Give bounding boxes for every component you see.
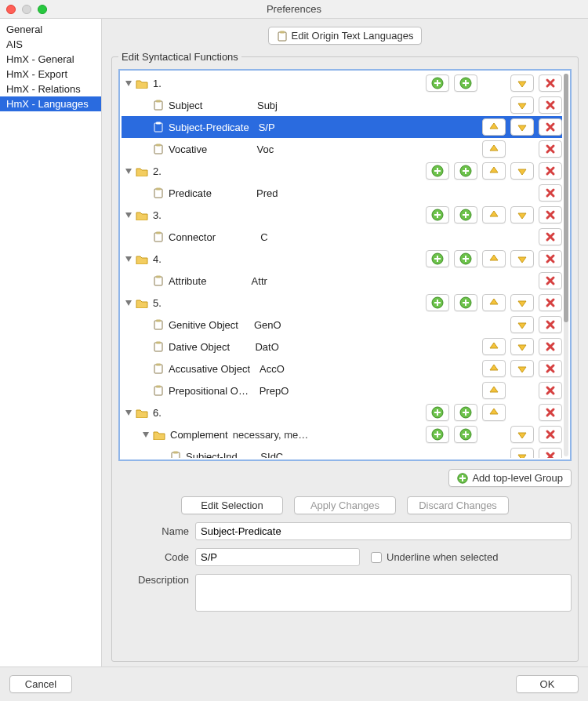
tree-item[interactable]: SubjectSubj bbox=[122, 94, 562, 116]
sidebar-item-5[interactable]: HmX - Languages bbox=[0, 96, 101, 111]
move-down-button[interactable] bbox=[510, 338, 534, 355]
add-sibling-button[interactable] bbox=[454, 294, 477, 311]
delete-button[interactable] bbox=[539, 382, 562, 399]
add-child-button[interactable] bbox=[426, 426, 449, 443]
delete-button[interactable] bbox=[539, 426, 562, 443]
delete-button[interactable] bbox=[539, 360, 562, 377]
sidebar-item-4[interactable]: HmX - Relations bbox=[0, 82, 101, 96]
delete-button[interactable] bbox=[539, 162, 562, 180]
delete-button[interactable] bbox=[539, 206, 562, 223]
move-up-button[interactable] bbox=[482, 162, 506, 180]
add-child-button[interactable] bbox=[426, 294, 449, 311]
tree-item[interactable]: AttributeAttr bbox=[122, 270, 562, 292]
disclosure-icon[interactable] bbox=[125, 299, 132, 307]
add-sibling-button[interactable] bbox=[454, 162, 477, 180]
sidebar-item-2[interactable]: HmX - General bbox=[0, 52, 101, 67]
code-label: Code bbox=[118, 551, 189, 563]
add-child-button[interactable] bbox=[426, 250, 449, 267]
move-up-button[interactable] bbox=[482, 140, 506, 158]
edit-origin-languages-button[interactable]: Edit Origin Text Languages bbox=[268, 27, 423, 45]
add-child-button[interactable] bbox=[426, 404, 449, 421]
add-sibling-button[interactable] bbox=[454, 426, 477, 443]
underline-checkbox[interactable]: Underline when selected bbox=[371, 551, 498, 563]
sidebar-item-0[interactable]: General bbox=[0, 22, 101, 37]
delete-button[interactable] bbox=[539, 272, 562, 289]
add-child-button[interactable] bbox=[426, 74, 449, 92]
apply-changes-button[interactable]: Apply Changes bbox=[294, 496, 396, 514]
tree-item[interactable]: Accusative ObjectAccO bbox=[122, 358, 562, 380]
add-sibling-button[interactable] bbox=[454, 206, 477, 223]
tree-item[interactable]: VocativeVoc bbox=[122, 138, 562, 160]
move-up-button[interactable] bbox=[482, 382, 506, 399]
move-down-button[interactable] bbox=[510, 448, 534, 458]
move-down-button[interactable] bbox=[510, 118, 534, 136]
delete-button[interactable] bbox=[539, 228, 562, 245]
disclosure-icon[interactable] bbox=[125, 79, 132, 87]
move-up-button[interactable] bbox=[482, 404, 506, 421]
delete-button[interactable] bbox=[539, 96, 562, 114]
code-field[interactable] bbox=[195, 548, 360, 566]
add-top-level-group-button[interactable]: Add top-level Group bbox=[448, 469, 572, 487]
add-sibling-button[interactable] bbox=[454, 404, 477, 421]
add-child-button[interactable] bbox=[426, 162, 449, 180]
tree-group[interactable]: Complementnecessary, mea… bbox=[122, 423, 562, 445]
move-down-button[interactable] bbox=[510, 426, 534, 443]
tree-item[interactable]: PredicatePred bbox=[122, 182, 562, 204]
delete-button[interactable] bbox=[539, 294, 562, 311]
delete-button[interactable] bbox=[539, 140, 562, 158]
delete-button[interactable] bbox=[539, 118, 562, 136]
tree-item[interactable]: Subject-Ind…SIdC bbox=[122, 445, 562, 458]
move-up-button[interactable] bbox=[482, 338, 506, 355]
tree-group[interactable]: 3. bbox=[122, 204, 562, 226]
name-field[interactable] bbox=[195, 522, 572, 540]
disclosure-icon[interactable] bbox=[125, 167, 132, 175]
move-up-button[interactable] bbox=[482, 206, 506, 223]
sidebar-item-3[interactable]: HmX - Export bbox=[0, 67, 101, 82]
tree-item[interactable]: Dative ObjectDatO bbox=[122, 336, 562, 358]
move-up-button[interactable] bbox=[482, 250, 506, 267]
disclosure-icon[interactable] bbox=[125, 409, 132, 416]
add-child-button[interactable] bbox=[426, 206, 449, 223]
move-down-button[interactable] bbox=[510, 316, 534, 333]
edit-selection-button[interactable]: Edit Selection bbox=[181, 496, 283, 514]
ok-button[interactable]: OK bbox=[516, 675, 579, 693]
delete-button[interactable] bbox=[539, 250, 562, 267]
scrollbar-track[interactable] bbox=[564, 74, 568, 456]
tree-group[interactable]: 4. bbox=[122, 248, 562, 270]
delete-button[interactable] bbox=[539, 338, 562, 355]
disclosure-icon[interactable] bbox=[125, 211, 132, 219]
tree-item[interactable]: Prepositional O…PrepO bbox=[122, 380, 562, 401]
tree-item[interactable]: Genitive ObjectGenO bbox=[122, 314, 562, 336]
move-down-button[interactable] bbox=[510, 96, 534, 114]
discard-changes-button[interactable]: Discard Changes bbox=[407, 496, 509, 514]
move-down-button[interactable] bbox=[510, 360, 534, 377]
tree-item[interactable]: Subject-PredicateS/P bbox=[122, 116, 562, 138]
delete-button[interactable] bbox=[539, 316, 562, 333]
move-down-button[interactable] bbox=[510, 74, 534, 92]
sidebar-item-1[interactable]: AIS bbox=[0, 37, 101, 52]
tree-group[interactable]: 6. bbox=[122, 401, 562, 423]
delete-button[interactable] bbox=[539, 448, 562, 458]
tree-item[interactable]: ConnectorC bbox=[122, 226, 562, 248]
scrollbar-thumb[interactable] bbox=[564, 74, 568, 322]
move-up-button[interactable] bbox=[482, 118, 506, 136]
description-field[interactable] bbox=[195, 574, 572, 612]
move-up-button[interactable] bbox=[482, 360, 506, 377]
tree-group[interactable]: 2. bbox=[122, 160, 562, 182]
tree-group[interactable]: 5. bbox=[122, 292, 562, 314]
add-sibling-button[interactable] bbox=[454, 74, 477, 92]
cancel-button[interactable]: Cancel bbox=[9, 675, 72, 693]
move-down-button[interactable] bbox=[510, 250, 534, 267]
move-down-button[interactable] bbox=[510, 162, 534, 180]
delete-button[interactable] bbox=[539, 404, 562, 421]
move-down-button[interactable] bbox=[510, 294, 534, 311]
disclosure-icon[interactable] bbox=[142, 430, 150, 438]
add-sibling-button[interactable] bbox=[454, 250, 477, 267]
move-down-button[interactable] bbox=[510, 206, 534, 223]
svg-rect-29 bbox=[156, 364, 161, 366]
delete-button[interactable] bbox=[539, 74, 562, 92]
disclosure-icon[interactable] bbox=[125, 255, 132, 263]
tree-group[interactable]: 1. bbox=[122, 72, 562, 94]
move-up-button[interactable] bbox=[482, 294, 506, 311]
delete-button[interactable] bbox=[539, 184, 562, 202]
